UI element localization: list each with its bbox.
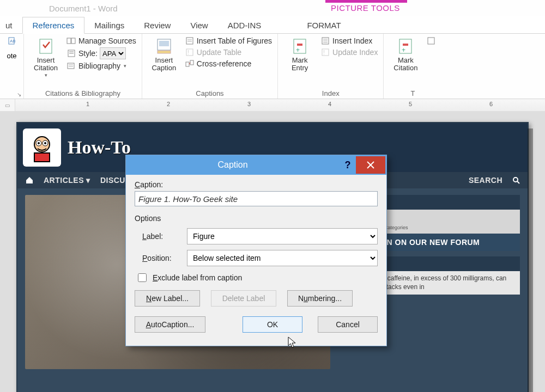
update-index-icon: !: [320, 47, 330, 57]
svg-text:!: !: [323, 50, 325, 56]
update-table-icon: !: [185, 47, 195, 57]
label-select[interactable]: Figure: [187, 228, 378, 244]
insert-index-icon: [320, 36, 330, 46]
home-icon[interactable]: [25, 176, 34, 185]
mark-citation-button[interactable]: + Mark Citation: [389, 36, 422, 74]
tab-addins[interactable]: ADD-INS: [218, 17, 271, 33]
update-table-button: ! Update Table: [185, 47, 272, 57]
bibliography-icon: [66, 61, 76, 71]
tab-review[interactable]: Review: [134, 17, 180, 33]
svg-point-41: [513, 177, 518, 182]
index-group-label: Index: [283, 89, 378, 99]
insert-index-button[interactable]: Insert Index: [320, 36, 378, 46]
dropdown-caret-icon: ▾: [45, 72, 47, 78]
svg-rect-14: [186, 38, 193, 44]
toa-group-label: T: [389, 89, 436, 99]
update-index-button: ! Update Index: [320, 47, 378, 57]
manage-sources-button[interactable]: Manage Sources: [66, 36, 136, 46]
tab-mailings[interactable]: Mailings: [84, 17, 134, 33]
horizontal-ruler[interactable]: 1 2 3 4 5 6: [15, 99, 545, 111]
bibliography-button[interactable]: Bibliography ▾: [66, 61, 136, 71]
dialog-body: Caption: Options Label: Figure Position:…: [126, 175, 386, 346]
group-authorities: + Mark Citation T: [384, 34, 441, 99]
group-footnotes-fragment: AB ote ↘: [0, 34, 24, 99]
group-captions: Insert Caption Insert Table of Figures !…: [142, 34, 278, 99]
dialog-title: Caption: [126, 160, 340, 170]
svg-point-39: [44, 142, 46, 144]
exclude-checkbox[interactable]: [138, 273, 147, 282]
nav-search[interactable]: SEARCH: [469, 176, 502, 185]
cancel-button[interactable]: Cancel: [318, 316, 378, 333]
style-label: Style:: [78, 49, 98, 58]
tof-icon: [185, 36, 195, 46]
ribbon-tabs: ut References Mailings Review View ADD-I…: [0, 16, 545, 34]
svg-rect-4: [71, 38, 75, 44]
autocaption-button[interactable]: AutoCaption...: [135, 316, 205, 333]
tab-references[interactable]: References: [22, 17, 85, 34]
title-bar: Document1 - Word: [0, 0, 545, 16]
insert-citation-button[interactable]: Insert Citation ▾: [29, 36, 62, 79]
tab-format[interactable]: FORMAT: [297, 17, 350, 33]
mark-entry-icon: +: [290, 37, 309, 56]
svg-rect-12: [159, 41, 169, 46]
label-row: Label: Figure: [142, 228, 378, 244]
site-logo: [23, 128, 61, 167]
position-row: Position: Below selected item: [142, 250, 378, 266]
exclude-row[interactable]: Exclude label from caption: [136, 272, 378, 284]
svg-rect-34: [428, 38, 434, 44]
ok-button[interactable]: OK: [243, 316, 302, 333]
window-title: Document1 - Word: [49, 4, 118, 13]
ruler-corner[interactable]: ▭: [0, 99, 15, 111]
insert-caption-icon: [155, 37, 173, 56]
close-button[interactable]: [356, 156, 385, 174]
mark-entry-button[interactable]: + Mark Entry: [283, 36, 316, 74]
tab-fragment[interactable]: ut: [0, 17, 22, 33]
group-index: + Mark Entry Insert Index ! Update Index…: [278, 34, 384, 99]
footnote-icon: AB: [7, 36, 17, 46]
caption-dialog: Caption ? Caption: Options Label: Figure…: [125, 155, 387, 346]
numbering-button[interactable]: Numbering...: [287, 290, 353, 307]
svg-line-42: [517, 181, 519, 183]
svg-rect-13: [158, 51, 171, 53]
nav-articles[interactable]: ARTICLES ▾: [44, 176, 90, 185]
style-icon: [66, 48, 76, 58]
svg-rect-19: [186, 62, 189, 66]
label-field-label: Label:: [142, 232, 185, 241]
svg-rect-20: [190, 60, 193, 65]
dialog-title-bar[interactable]: Caption ?: [126, 155, 386, 175]
ote-label[interactable]: ote: [7, 52, 16, 60]
help-icon[interactable]: ?: [340, 160, 356, 171]
group-citations: Insert Citation ▾ Manage Sources Style: …: [24, 34, 142, 99]
position-select[interactable]: Below selected item: [187, 250, 378, 266]
footnote-fragment-1[interactable]: AB: [7, 36, 17, 46]
caption-input[interactable]: [135, 191, 378, 206]
svg-text:+: +: [296, 46, 300, 54]
style-select[interactable]: APA: [100, 47, 126, 59]
svg-rect-40: [34, 153, 50, 162]
svg-rect-23: [297, 44, 302, 46]
insert-citation-icon: [37, 37, 55, 56]
position-field-label: Position:: [142, 254, 185, 262]
svg-text:+: +: [402, 46, 405, 54]
svg-text:AB: AB: [10, 39, 16, 44]
svg-rect-32: [403, 44, 408, 46]
site-title: How-To: [68, 137, 131, 158]
insert-toa-button[interactable]: [426, 36, 436, 46]
search-icon[interactable]: [512, 176, 520, 184]
svg-rect-3: [67, 38, 71, 44]
delete-label-button: Delete Label: [211, 290, 276, 307]
tab-view[interactable]: View: [180, 17, 217, 33]
manage-sources-icon: [66, 36, 76, 46]
svg-rect-8: [68, 63, 74, 69]
toa-icon: [426, 36, 436, 46]
insert-caption-button[interactable]: Insert Caption: [148, 36, 180, 74]
captions-group-label: Captions: [148, 89, 272, 99]
footnotes-launcher-icon[interactable]: ↘: [5, 91, 21, 97]
context-tab-label: PICTURE TOOLS: [331, 3, 400, 13]
cross-reference-button[interactable]: Cross-reference: [185, 59, 272, 69]
ruler-area: ▭ 1 2 3 4 5 6: [0, 99, 545, 111]
cross-reference-icon: [185, 59, 195, 69]
insert-table-of-figures-button[interactable]: Insert Table of Figures: [185, 36, 272, 46]
new-label-button[interactable]: New Label...: [135, 290, 200, 307]
mark-citation-icon: +: [396, 37, 415, 56]
